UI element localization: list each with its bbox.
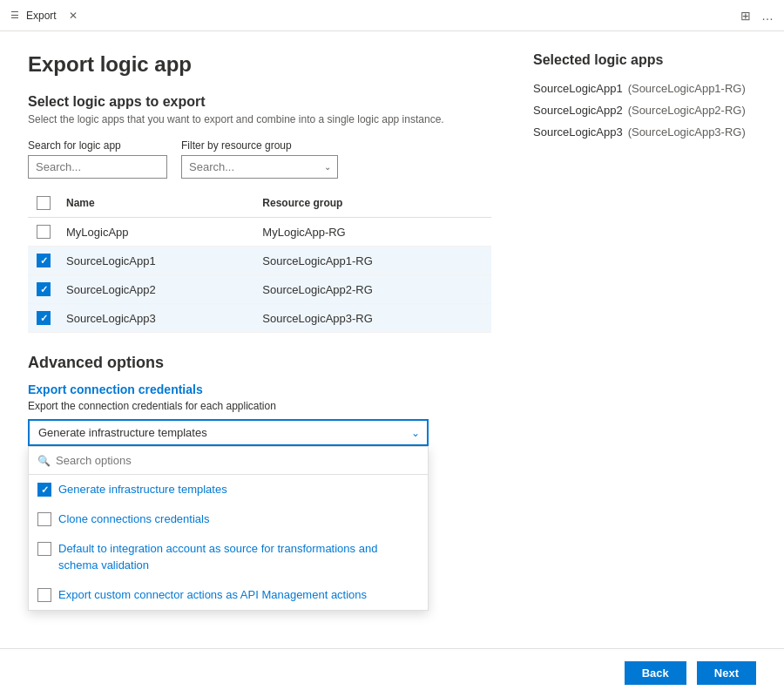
export-credentials-title: Export connection credentials (28, 382, 491, 396)
dropdown-chevron-icon: ⌄ (411, 427, 420, 439)
title-bar: ☰ Export ✕ ⊞ … (0, 0, 784, 31)
search-filter-row: Search for logic app Filter by resource … (28, 139, 491, 179)
option-label-3: Default to integration account as source… (58, 541, 419, 572)
menu-icon: ☰ (10, 10, 19, 21)
row-name-source3: SourceLogicApp3 (59, 304, 255, 333)
footer: Back Next (0, 648, 784, 697)
selected-app-name-3: SourceLogicApp3 (533, 125, 623, 139)
dropdown-search-input[interactable] (56, 454, 419, 467)
dropdown-menu: 🔍 Generate infrastructure templates Clon… (28, 446, 429, 611)
row-rg-source1: SourceLogicApp1-RG (255, 247, 491, 275)
back-button[interactable]: Back (625, 661, 686, 685)
filter-resource-group-group: Filter by resource group ⌄ (181, 139, 338, 179)
dropdown-option-1[interactable]: Generate infrastructure templates (29, 475, 428, 504)
advanced-options-title: Advanced options (28, 354, 491, 372)
selected-app-rg-3: (SourceLogicApp3-RG) (628, 125, 746, 139)
dropdown-selected-label: Generate infrastructure templates (38, 426, 207, 439)
table-row[interactable]: MyLogicApp MyLogicApp-RG (28, 218, 491, 247)
col-name-header: Name (59, 189, 255, 218)
col-rg-header: Resource group (255, 189, 491, 218)
page-title: Export logic app (28, 52, 491, 77)
filter-resource-group-label: Filter by resource group (181, 139, 338, 152)
option-checkbox-2[interactable] (37, 512, 51, 526)
main-content: Export logic app Select logic apps to ex… (0, 31, 784, 648)
row-checkbox-source1[interactable] (37, 254, 51, 267)
table-row[interactable]: SourceLogicApp1 SourceLogicApp1-RG (28, 247, 491, 275)
close-tab-button[interactable]: ✕ (64, 8, 83, 24)
option-label-1: Generate infrastructure templates (58, 482, 227, 497)
row-checkbox-mylogicapp[interactable] (37, 225, 51, 239)
select-all-checkbox[interactable] (37, 196, 51, 210)
list-item: SourceLogicApp1 (SourceLogicApp1-RG) (533, 82, 756, 95)
selected-app-name-1: SourceLogicApp1 (533, 82, 623, 95)
right-panel: Selected logic apps SourceLogicApp1 (Sou… (512, 52, 756, 627)
row-rg-source2: SourceLogicApp2-RG (255, 275, 491, 304)
selected-app-rg-2: (SourceLogicApp2-RG) (628, 104, 746, 117)
row-checkbox-source2[interactable] (37, 282, 51, 296)
select-section-title: Select logic apps to export (28, 94, 491, 110)
row-rg-mylogicapp: MyLogicApp-RG (255, 218, 491, 247)
option-label-2: Clone connections credentials (58, 511, 209, 527)
dropdown-search-icon: 🔍 (37, 455, 51, 467)
row-name-mylogicapp: MyLogicApp (59, 218, 255, 247)
option-checkbox-4[interactable] (37, 588, 51, 602)
tab-title: Export (26, 10, 57, 22)
list-item: SourceLogicApp3 (SourceLogicApp3-RG) (533, 125, 756, 139)
dropdown-option-2[interactable]: Clone connections credentials (29, 504, 428, 534)
filter-select-wrap: ⌄ (181, 155, 338, 179)
left-panel: Export logic app Select logic apps to ex… (28, 52, 512, 627)
table-row[interactable]: SourceLogicApp3 SourceLogicApp3-RG (28, 304, 491, 333)
search-logic-app-label: Search for logic app (28, 139, 167, 152)
logic-apps-table: Name Resource group MyLogicApp MyLogicAp… (28, 189, 491, 333)
list-item: SourceLogicApp2 (SourceLogicApp2-RG) (533, 104, 756, 117)
search-logic-app-group: Search for logic app (28, 139, 167, 179)
search-logic-app-input[interactable] (28, 155, 167, 179)
export-credentials-dropdown[interactable]: Generate infrastructure templates ⌄ 🔍 Ge… (28, 419, 429, 446)
option-checkbox-3[interactable] (37, 542, 51, 556)
selected-app-rg-1: (SourceLogicApp1-RG) (628, 82, 746, 95)
right-panel-title: Selected logic apps (533, 52, 756, 68)
select-section-desc: Select the logic apps that you want to e… (28, 113, 491, 125)
dropdown-option-3[interactable]: Default to integration account as source… (29, 534, 428, 579)
row-name-source2: SourceLogicApp2 (59, 275, 255, 304)
dropdown-search-row: 🔍 (29, 447, 428, 475)
selected-app-name-2: SourceLogicApp2 (533, 104, 623, 117)
dropdown-trigger[interactable]: Generate infrastructure templates ⌄ (28, 419, 429, 446)
option-label-4: Export custom connector actions as API M… (58, 587, 367, 603)
option-checkbox-1[interactable] (37, 483, 51, 497)
dropdown-option-4[interactable]: Export custom connector actions as API M… (29, 580, 428, 610)
more-actions-icon[interactable]: … (761, 9, 774, 23)
filter-resource-group-input[interactable] (181, 155, 338, 179)
row-checkbox-source3[interactable] (37, 311, 51, 325)
row-rg-source3: SourceLogicApp3-RG (255, 304, 491, 333)
row-name-source1: SourceLogicApp1 (59, 247, 255, 275)
table-row[interactable]: SourceLogicApp2 SourceLogicApp2-RG (28, 275, 491, 304)
next-button[interactable]: Next (697, 661, 756, 685)
panel-toggle-icon[interactable]: ⊞ (740, 9, 751, 23)
export-credentials-desc: Export the connection credentials for ea… (28, 400, 491, 412)
